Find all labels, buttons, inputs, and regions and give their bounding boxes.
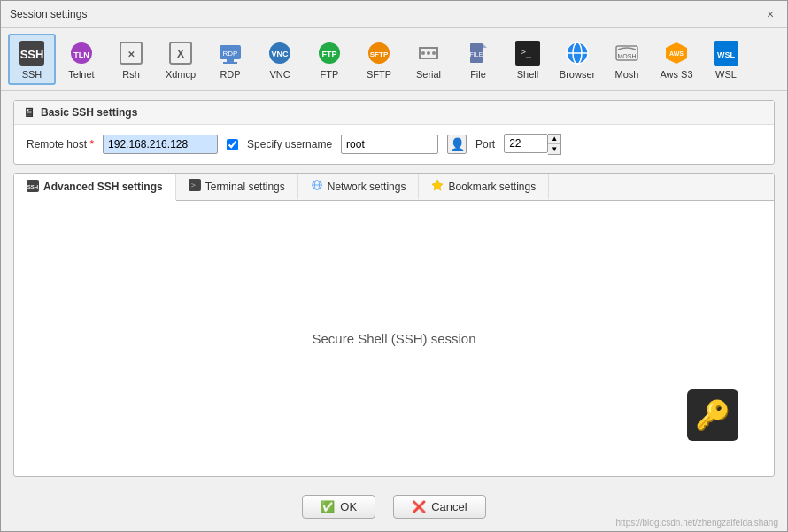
basic-settings-header: 🖥 Basic SSH settings — [14, 101, 774, 125]
protocol-item-rdp[interactable]: RDPRDP — [206, 34, 254, 85]
user-browse-button[interactable]: 👤 — [447, 135, 467, 154]
aws_s3-protocol-label: Aws S3 — [660, 69, 692, 80]
tab-advanced_ssh[interactable]: SSHAdvanced SSH settings — [14, 174, 176, 201]
main-content: 🖥 Basic SSH settings Remote host * Speci… — [1, 91, 787, 486]
serial-protocol-label: Serial — [416, 69, 441, 80]
protocol-item-serial[interactable]: Serial — [405, 34, 452, 85]
svg-text:FTP: FTP — [322, 50, 337, 58]
basic-ssh-settings-panel: 🖥 Basic SSH settings Remote host * Speci… — [13, 100, 775, 165]
remote-host-input[interactable] — [103, 135, 218, 154]
username-input[interactable] — [341, 135, 438, 154]
protocol-item-vnc[interactable]: VNCVNC — [256, 34, 304, 85]
telnet-protocol-label: Telnet — [68, 69, 94, 80]
wsl-protocol-label: WSL — [715, 69, 737, 80]
svg-rect-9 — [227, 59, 234, 62]
protocol-item-browser[interactable]: Browser — [553, 34, 601, 85]
svg-text:SSH: SSH — [20, 48, 44, 61]
port-label: Port — [475, 138, 495, 150]
ok-button[interactable]: ✅ OK — [302, 495, 375, 519]
dialog-title: Session settings — [10, 8, 87, 20]
shell-protocol-label: Shell — [517, 69, 538, 80]
basic-settings-body: Remote host * Specify username 👤 Port ▲ … — [14, 125, 774, 164]
ftp-protocol-label: FTP — [321, 69, 339, 80]
port-spinner-wrapper: ▲ ▼ — [504, 134, 561, 155]
ok-label: OK — [340, 500, 357, 513]
svg-text:FILE: FILE — [470, 51, 483, 58]
remote-host-label: Remote host * — [27, 138, 94, 150]
key-icon-box: 🔑 — [687, 389, 738, 441]
svg-text:VNC: VNC — [271, 50, 289, 58]
protocol-item-shell[interactable]: >_Shell — [504, 34, 552, 85]
mosh-protocol-label: Mosh — [615, 69, 639, 80]
ssh-protocol-icon: SSH — [18, 39, 46, 67]
vnc-protocol-label: VNC — [269, 69, 290, 80]
svg-rect-10 — [223, 62, 237, 64]
svg-text:SSH: SSH — [27, 184, 38, 189]
svg-text:WSL: WSL — [717, 50, 735, 59]
tab-bookmark[interactable]: Bookmark settings — [419, 174, 549, 200]
protocol-item-file[interactable]: FILEFile — [454, 34, 502, 85]
basic-settings-header-label: Basic SSH settings — [41, 106, 137, 119]
browser-protocol-icon — [563, 39, 591, 67]
svg-text:>_: >_ — [521, 47, 532, 58]
protocol-item-telnet[interactable]: TLNTelnet — [58, 34, 105, 85]
svg-text:>: > — [191, 181, 196, 189]
shell-protocol-icon: >_ — [514, 39, 542, 67]
protocol-item-rsh[interactable]: ✕Rsh — [107, 34, 155, 85]
protocol-item-xdmcp[interactable]: XXdmcp — [157, 34, 205, 85]
svg-point-20 — [432, 51, 436, 55]
advanced-tabs-bar: SSHAdvanced SSH settings>Terminal settin… — [14, 174, 774, 201]
tab-terminal[interactable]: >Terminal settings — [176, 174, 298, 200]
telnet-protocol-icon: TLN — [67, 39, 96, 67]
svg-text:MOSH: MOSH — [618, 53, 637, 59]
protocol-item-wsl[interactable]: WSLWSL — [702, 34, 750, 85]
port-input[interactable] — [504, 134, 548, 153]
required-marker: * — [89, 138, 94, 150]
serial-protocol-icon — [414, 39, 443, 67]
vnc-protocol-icon: VNC — [266, 39, 294, 67]
bookmark-tab-label: Bookmark settings — [448, 181, 536, 193]
session-description: Secure Shell (SSH) session — [312, 331, 475, 346]
svg-text:X: X — [177, 48, 184, 60]
advanced_ssh-tab-icon: SSH — [27, 180, 39, 195]
specify-username-label[interactable]: Specify username — [247, 138, 332, 150]
sftp-protocol-label: SFTP — [367, 69, 391, 80]
ftp-protocol-icon: FTP — [315, 39, 344, 67]
browser-protocol-label: Browser — [560, 69, 595, 80]
mosh-protocol-icon: MOSH — [613, 39, 641, 67]
title-bar: Session settings × — [1, 1, 787, 28]
cancel-button[interactable]: ❌ Cancel — [393, 495, 485, 519]
close-button[interactable]: × — [762, 6, 778, 22]
svg-text:AWS: AWS — [669, 50, 684, 57]
svg-point-19 — [427, 51, 430, 55]
svg-text:RDP: RDP — [223, 50, 238, 58]
protocol-item-ftp[interactable]: FTPFTP — [305, 34, 353, 85]
svg-marker-43 — [432, 180, 443, 190]
terminal-tab-label: Terminal settings — [205, 181, 285, 193]
basic-settings-header-icon: 🖥 — [23, 105, 35, 120]
specify-username-checkbox[interactable] — [227, 139, 238, 150]
protocol-item-aws_s3[interactable]: AWSAws S3 — [653, 34, 700, 85]
svg-marker-22 — [483, 43, 487, 48]
xdmcp-protocol-label: Xdmcp — [166, 69, 196, 80]
cancel-icon: ❌ — [412, 500, 426, 513]
tab-network[interactable]: Network settings — [298, 174, 420, 200]
ssh-protocol-label: SSH — [22, 69, 42, 80]
aws_s3-protocol-icon: AWS — [662, 39, 691, 67]
protocol-item-mosh[interactable]: MOSHMosh — [603, 34, 651, 85]
sftp-protocol-icon: SFTP — [365, 39, 393, 67]
port-decrement-button[interactable]: ▼ — [548, 144, 560, 154]
rdp-protocol-icon: RDP — [216, 39, 244, 67]
file-protocol-icon: FILE — [464, 39, 492, 67]
protocol-item-ssh[interactable]: SSHSSH — [8, 34, 56, 85]
protocol-item-sftp[interactable]: SFTPSFTP — [355, 34, 403, 85]
port-increment-button[interactable]: ▲ — [548, 135, 560, 144]
rsh-protocol-icon: ✕ — [117, 39, 145, 67]
tab-content-area: Secure Shell (SSH) session 🔑 — [14, 201, 774, 476]
svg-point-18 — [421, 51, 425, 55]
svg-text:TLN: TLN — [73, 50, 89, 59]
svg-text:✕: ✕ — [127, 50, 135, 59]
rdp-protocol-label: RDP — [220, 69, 240, 80]
wsl-protocol-icon: WSL — [712, 39, 740, 67]
terminal-tab-icon: > — [189, 179, 201, 194]
